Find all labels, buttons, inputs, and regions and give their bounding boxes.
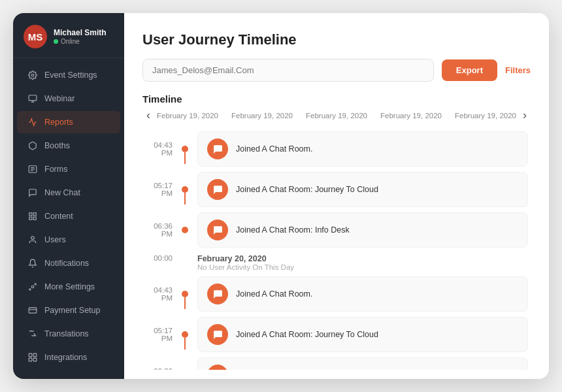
svg-rect-1 bbox=[29, 95, 37, 101]
timeline-card-1: Joined A Chat Room: Journey To Cloud bbox=[197, 172, 528, 207]
sidebar-nav: Event Settings Webinar Reports bbox=[13, 58, 124, 379]
filters-button[interactable]: Filters bbox=[505, 65, 531, 75]
timeline-card-2: Joined A Chat Room: Info Desk bbox=[197, 212, 528, 248]
search-input[interactable] bbox=[142, 59, 434, 82]
chat-icon-circle-2 bbox=[207, 220, 228, 240]
more-settings-icon bbox=[27, 282, 38, 292]
chart-icon bbox=[27, 117, 38, 127]
app-container: MS Michael Smith Online Event Settings bbox=[13, 13, 549, 379]
timeline-card-4: Joined A Chat Room. bbox=[197, 276, 528, 312]
card-text-5: Joined A Chat Room: Journey To Cloud bbox=[236, 330, 378, 339]
timeline-line-4 bbox=[184, 297, 186, 309]
card-text-0: Joined A Chat Room. bbox=[236, 144, 312, 154]
svg-rect-11 bbox=[33, 217, 36, 220]
sidebar-label-booths: Booths bbox=[44, 141, 70, 150]
svg-point-15 bbox=[29, 289, 31, 290]
svg-point-0 bbox=[31, 74, 34, 76]
bell-icon bbox=[27, 258, 38, 269]
card-text-1: Joined A Chat Room: Journey To Cloud bbox=[236, 185, 378, 194]
sidebar-item-event-settings[interactable]: Event Settings bbox=[17, 64, 120, 86]
payment-icon bbox=[27, 305, 38, 316]
sidebar-item-webinar[interactable]: Webinar bbox=[17, 88, 120, 110]
sidebar-item-more-settings[interactable]: More Settings bbox=[17, 276, 120, 298]
prev-date-button[interactable]: ‹ bbox=[142, 108, 154, 122]
sidebar-item-notifications[interactable]: Notifications bbox=[17, 252, 120, 274]
date-3: February 19, 2020 bbox=[380, 112, 442, 120]
timeline-line-1 bbox=[184, 193, 186, 204]
date-1: February 19, 2020 bbox=[231, 112, 293, 120]
timeline-dot-col-2 bbox=[179, 227, 191, 233]
svg-rect-18 bbox=[29, 353, 32, 357]
date-4: February 19, 2020 bbox=[455, 112, 516, 120]
timeline-entry-5: 05:17 PM Joined A Chat Room: Journey To … bbox=[142, 317, 528, 352]
timeline-dot-4 bbox=[182, 291, 188, 297]
date-0: February 19, 2020 bbox=[157, 112, 218, 120]
timeline-dot-1 bbox=[182, 186, 188, 193]
translate-icon bbox=[27, 329, 38, 339]
next-date-button[interactable]: › bbox=[519, 108, 531, 122]
sidebar-item-payment-setup[interactable]: Payment Setup bbox=[17, 299, 120, 321]
sidebar-item-translations[interactable]: Translations bbox=[17, 323, 120, 345]
no-activity-info: February 20, 2020 No User Activity On Th… bbox=[197, 253, 528, 271]
chat-icon-circle-1 bbox=[207, 179, 228, 200]
sidebar-label-content: Content bbox=[44, 212, 73, 221]
svg-point-13 bbox=[31, 286, 34, 288]
monitor-icon bbox=[27, 93, 38, 104]
export-button[interactable]: Export bbox=[442, 59, 497, 81]
timeline-line-5 bbox=[184, 338, 186, 350]
timeline-card-0: Joined A Chat Room. bbox=[197, 131, 528, 167]
svg-rect-9 bbox=[33, 213, 36, 216]
gear-icon bbox=[27, 70, 38, 80]
timeline-time-5: 05:17 PM bbox=[142, 327, 179, 342]
timeline-entry-1: 05:17 PM Joined A Chat Room: Journey To … bbox=[142, 172, 528, 207]
page-title: User Journey Timeline bbox=[142, 31, 531, 48]
timeline-dot-col-5 bbox=[179, 331, 191, 338]
timeline-dot-col-4 bbox=[179, 291, 191, 297]
sidebar-item-integrations[interactable]: Integrations bbox=[17, 346, 120, 368]
svg-rect-20 bbox=[29, 358, 32, 361]
user-name: Michael Smith bbox=[54, 28, 107, 37]
sidebar-item-content[interactable]: Content bbox=[17, 205, 120, 227]
sidebar-label-reports: Reports bbox=[44, 118, 73, 127]
timeline-entry-0: 04:43 PM Joined A Chat Room. bbox=[142, 131, 528, 167]
sidebar-label-more-settings: More Settings bbox=[44, 282, 95, 291]
timeline-time-0: 04:43 PM bbox=[142, 141, 179, 157]
sidebar-user-profile: MS Michael Smith Online bbox=[13, 13, 124, 58]
timeline-time-1: 05:17 PM bbox=[142, 182, 179, 197]
date-nav-dates: February 19, 2020 February 19, 2020 Febr… bbox=[154, 112, 519, 120]
main-content: User Journey Timeline Export Filters Tim… bbox=[124, 13, 549, 379]
timeline-card-6: Joined A Chat Room: Info Desk bbox=[197, 357, 528, 370]
timeline-dot-0 bbox=[182, 146, 188, 152]
sidebar-item-users[interactable]: Users bbox=[17, 229, 120, 251]
svg-rect-10 bbox=[29, 217, 32, 220]
integrate-icon bbox=[27, 352, 38, 363]
sidebar-item-booths[interactable]: Booths bbox=[17, 135, 120, 157]
timeline-time-4: 04:43 PM bbox=[142, 286, 179, 302]
svg-rect-8 bbox=[29, 213, 32, 216]
sidebar-label-integrations: Integrations bbox=[44, 353, 87, 362]
sidebar-label-payment-setup: Payment Setup bbox=[44, 306, 100, 315]
timeline-dot-col-1 bbox=[179, 186, 191, 193]
user-icon bbox=[27, 235, 38, 245]
timeline-dot-5 bbox=[182, 331, 188, 338]
sidebar-label-event-settings: Event Settings bbox=[44, 71, 97, 80]
date-nav: ‹ February 19, 2020 February 19, 2020 Fe… bbox=[142, 108, 531, 122]
timeline-line-0 bbox=[184, 152, 186, 164]
card-text-4: Joined A Chat Room. bbox=[236, 289, 312, 299]
user-info: Michael Smith Online bbox=[54, 28, 107, 45]
sidebar-item-reports[interactable]: Reports bbox=[17, 111, 120, 133]
chat-icon-circle-5 bbox=[207, 324, 228, 345]
sidebar-item-forms[interactable]: Forms bbox=[17, 158, 120, 180]
sidebar-label-forms: Forms bbox=[44, 165, 67, 174]
svg-rect-16 bbox=[29, 308, 37, 313]
date-2: February 19, 2020 bbox=[306, 112, 367, 120]
no-activity-section: 00:00 February 20, 2020 No User Activity… bbox=[142, 253, 528, 271]
sidebar: MS Michael Smith Online Event Settings bbox=[13, 13, 124, 379]
sidebar-item-new-chat[interactable]: New Chat bbox=[17, 182, 120, 204]
chat-icon bbox=[27, 188, 38, 198]
sidebar-label-translations: Translations bbox=[44, 329, 89, 338]
chat-icon-circle-4 bbox=[207, 284, 228, 304]
timeline-entry-4: 04:43 PM Joined A Chat Room. bbox=[142, 276, 528, 312]
svg-point-12 bbox=[31, 237, 35, 240]
user-status: Online bbox=[54, 38, 107, 45]
